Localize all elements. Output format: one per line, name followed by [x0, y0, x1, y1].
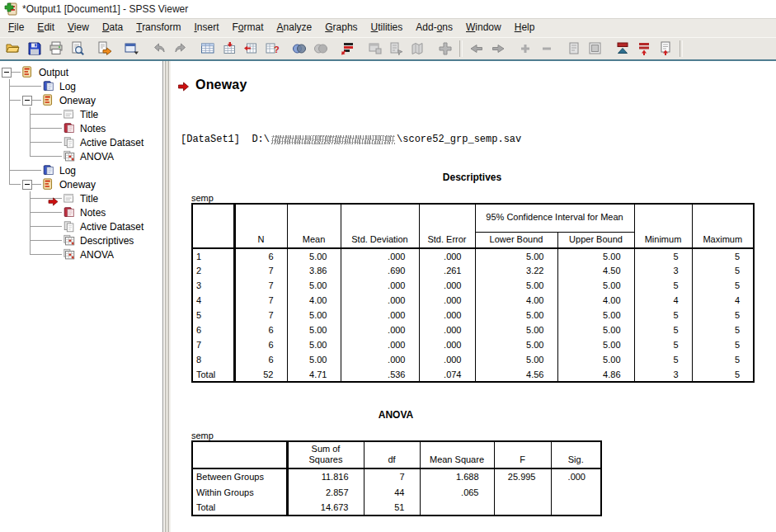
cell-value: 5.00 [287, 337, 341, 352]
promote-outline-button[interactable] [467, 40, 487, 58]
menu-item-utilities[interactable]: Utilities [364, 19, 410, 37]
redacted-path-segment [271, 135, 395, 144]
select-objects-button[interactable] [435, 40, 455, 58]
hide-item-button[interactable] [586, 40, 605, 58]
outline-item-label: Title [80, 193, 98, 205]
cell-value: 5.00 [475, 278, 557, 293]
outline-item-log[interactable]: Log [0, 163, 162, 177]
menu-item-help[interactable]: Help [508, 19, 542, 37]
expand-outline-button[interactable] [515, 40, 535, 58]
cell-value: 7 [234, 278, 287, 293]
output-node-icon [42, 178, 56, 191]
tree-guide [41, 121, 62, 135]
log-item-icon [42, 80, 56, 93]
cell-value: 5 [634, 278, 692, 293]
use-variable-sets-button[interactable] [289, 40, 309, 58]
row-label: Total [192, 500, 287, 516]
outline-item-title[interactable]: Title [0, 191, 162, 205]
insert-map-button[interactable] [408, 40, 428, 58]
menu-item-format[interactable]: Format [226, 19, 270, 37]
tree-guide [0, 191, 21, 205]
outline-item-label: Descriptives [80, 235, 134, 247]
cell-value: 1.688 [420, 468, 494, 484]
goto-case-button[interactable] [219, 40, 239, 58]
show-all-button[interactable] [311, 40, 331, 58]
cell-value: 5.00 [557, 352, 634, 367]
save-output-button[interactable] [25, 40, 45, 58]
undo-button[interactable] [149, 40, 169, 58]
menu-item-add-ons[interactable]: Add-ons [409, 19, 459, 37]
print-preview-button[interactable] [68, 40, 87, 58]
outline-item-active-dataset[interactable]: Active Dataset [0, 219, 162, 233]
cell-value: 5 [692, 248, 754, 263]
title-item-icon [63, 192, 77, 205]
cell-value: 2.857 [287, 484, 364, 500]
cell-value: 4.71 [287, 367, 341, 382]
outline-item-title[interactable]: Title [0, 107, 162, 121]
tree-guide [0, 135, 21, 149]
menu-item-insert[interactable]: Insert [187, 19, 225, 37]
cell-value: .261 [419, 263, 475, 278]
collapse-expander-icon[interactable] [22, 96, 32, 106]
select-last-output-button[interactable] [387, 40, 407, 58]
menu-item-window[interactable]: Window [459, 19, 508, 37]
outline-item-descriptives[interactable]: Descriptives [0, 233, 162, 247]
outline-item-active-dataset[interactable]: Active Dataset [0, 135, 162, 149]
insert-heading-button[interactable] [613, 40, 633, 58]
outline-item-output[interactable]: Output [0, 65, 162, 79]
demote-outline-button[interactable] [488, 40, 508, 58]
row-label: 3 [192, 278, 234, 293]
menu-item-view[interactable]: View [61, 19, 96, 37]
designate-window-button[interactable] [365, 40, 385, 58]
menu-item-edit[interactable]: Edit [31, 19, 61, 37]
variables-button[interactable] [241, 40, 261, 58]
pane-splitter[interactable] [163, 61, 171, 532]
goto-data-button[interactable] [198, 40, 218, 58]
collapse-expander-icon[interactable] [2, 68, 12, 78]
cell-value: 3.22 [475, 263, 557, 278]
collapse-outline-button[interactable] [537, 40, 557, 58]
tree-guide [0, 219, 21, 233]
outline-item-anova[interactable]: ANOVA [0, 149, 162, 163]
descriptives-row: 575.00.000.0005.005.0055 [192, 308, 754, 322]
cell-value: 5.00 [287, 308, 341, 322]
tree-guide [0, 247, 21, 261]
outline-item-notes[interactable]: Notes [0, 121, 162, 135]
export-output-button[interactable] [95, 40, 115, 58]
menu-item-file[interactable]: File [2, 19, 31, 37]
cell-value [494, 500, 551, 516]
menu-item-analyze[interactable]: Analyze [270, 19, 319, 37]
anova-pivot-table[interactable]: Sum of SquaresdfMean SquareFSig.Between … [191, 440, 602, 516]
table-item-icon [63, 248, 77, 261]
goto-output-button[interactable] [338, 40, 358, 58]
open-output-button[interactable] [3, 40, 23, 58]
outline-item-log[interactable]: Log [0, 79, 162, 93]
tree-expander-slot [21, 177, 41, 191]
cell-value: 4.86 [557, 367, 634, 382]
cell-value: .000 [341, 337, 419, 352]
cell-value: .000 [419, 337, 475, 352]
outline-item-oneway[interactable]: Oneway [0, 93, 162, 107]
outline-item-notes[interactable]: Notes [0, 205, 162, 219]
cell-value: 5.00 [287, 322, 341, 337]
menu-item-transform[interactable]: Transform [129, 19, 187, 37]
collapse-expander-icon[interactable] [22, 180, 32, 190]
recall-dialogs-button[interactable] [122, 40, 142, 58]
outline-item-anova[interactable]: ANOVA [0, 247, 162, 261]
window-title: *Output1 [Document1] - SPSS Viewer [22, 3, 188, 15]
redo-button[interactable] [171, 40, 190, 58]
dataset-item-icon [63, 220, 77, 233]
variable-info-button[interactable]: ? [262, 40, 282, 58]
show-item-button[interactable] [564, 40, 584, 58]
menu-item-data[interactable]: Data [96, 19, 129, 37]
cell-value: 5 [634, 337, 692, 352]
print-button[interactable] [46, 40, 66, 58]
cell-value: 6 [234, 248, 287, 263]
cell-value: 7 [234, 263, 287, 278]
menu-item-graphs[interactable]: Graphs [318, 19, 364, 37]
descriptives-pivot-table[interactable]: NMeanStd. DeviationStd. Error95% Confide… [191, 203, 755, 383]
insert-new-title-button[interactable] [634, 40, 654, 58]
outline-item-label: Title [80, 109, 98, 120]
insert-new-text-button[interactable] [656, 40, 675, 58]
outline-item-oneway[interactable]: Oneway [0, 177, 162, 191]
